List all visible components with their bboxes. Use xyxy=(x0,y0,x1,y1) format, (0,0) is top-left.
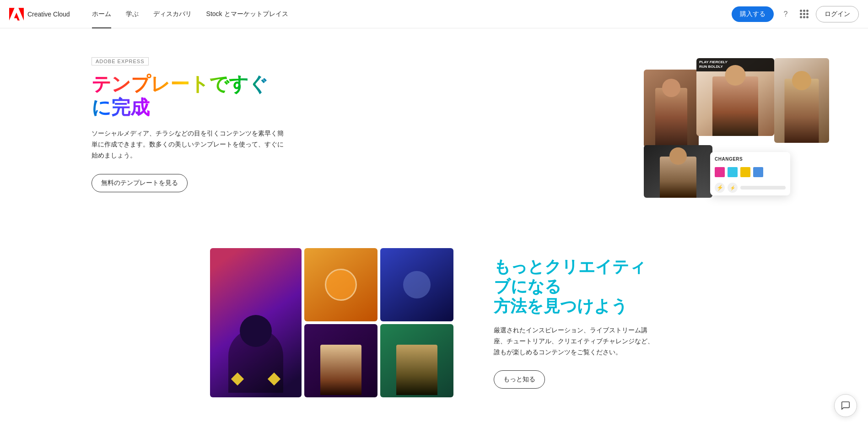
hero-section: ADOBE EXPRESS テンプレートですぐに完成 ソーシャルメディア、チラシ… xyxy=(0,28,868,221)
ui-card-swatches xyxy=(715,167,786,177)
brand-logo[interactable]: Creative Cloud xyxy=(9,7,70,22)
hero-eyebrow: ADOBE EXPRESS xyxy=(92,57,149,65)
changers-ui-card: CHANGERS ⚡ ⚡ xyxy=(710,152,790,195)
grid-photo-1 xyxy=(210,248,302,397)
login-button[interactable]: ログイン xyxy=(816,6,859,22)
grid-photo-2 xyxy=(304,248,377,321)
brand-name-text: Creative Cloud xyxy=(27,11,70,18)
photo-grid xyxy=(210,248,457,397)
discover-title-line1: もっとクリエイティブになる xyxy=(494,257,646,296)
help-icon[interactable]: ? xyxy=(779,8,792,21)
grid-dots-visual xyxy=(800,10,809,18)
nav-item-stock[interactable]: Stock とマーケットプレイス xyxy=(199,0,296,28)
grid-photo-5 xyxy=(380,324,453,397)
ui-card-title: CHANGERS xyxy=(715,157,786,162)
collage-photo-2: PLAY fiercelyrun BOLDLY xyxy=(696,58,774,136)
discover-content: もっとクリエイティブになる 方法を見つけよう 厳選されたインスピレーション、ライ… xyxy=(494,257,658,389)
adobe-logo-icon xyxy=(9,7,24,22)
discover-section: もっとクリエイティブになる 方法を見つけよう 厳選されたインスピレーション、ライ… xyxy=(0,221,868,425)
nav-item-learn[interactable]: 学ぶ xyxy=(119,0,146,28)
nav-item-discover[interactable]: ディスカバリ xyxy=(146,0,199,28)
grid-apps-icon[interactable] xyxy=(798,8,810,21)
hero-title-gradient-text: テンプレートですぐに完成 xyxy=(92,73,268,118)
hero-content: ADOBE EXPRESS テンプレートですぐに完成 ソーシャルメディア、チラシ… xyxy=(92,57,284,192)
swatch-yellow xyxy=(740,167,750,177)
chat-icon xyxy=(841,401,851,411)
swatch-blue xyxy=(728,167,738,177)
collage-wrap: A PLAY fiercelyrun BOLDLY xyxy=(630,56,813,198)
navbar: Creative Cloud ホーム 学ぶ ディスカバリ Stock とマーケッ… xyxy=(0,0,868,28)
navbar-actions: 購入する ? ログイン xyxy=(732,6,859,22)
main-nav: ホーム 学ぶ ディスカバリ Stock とマーケットプレイス xyxy=(85,0,732,28)
collage-photo-3 xyxy=(774,58,829,143)
nav-item-home[interactable]: ホーム xyxy=(85,0,119,28)
grid-photo-4 xyxy=(304,324,377,397)
hero-title: テンプレートですぐに完成 xyxy=(92,73,284,119)
lightning-icon: ⚡ xyxy=(715,183,725,193)
hero-cta-button[interactable]: 無料のテンプレートを見る xyxy=(92,174,188,192)
collage-photo-1 xyxy=(644,70,699,147)
discover-cta-button[interactable]: もっと知る xyxy=(494,370,545,389)
grid-photo-3 xyxy=(380,248,453,321)
chat-button[interactable] xyxy=(834,394,857,417)
swatch-pink xyxy=(715,167,725,177)
hero-description: ソーシャルメディア、チラシなどの目を引くコンテンツを素早く簡単に作成できます。数… xyxy=(92,128,284,161)
ui-card-bar xyxy=(740,186,786,190)
ui-card-icons-row: ⚡ ⚡ xyxy=(715,183,786,193)
bolt-small-icon: ⚡ xyxy=(728,183,738,193)
collage-photo-4 xyxy=(644,145,712,198)
discover-title-line2: 方法を見つけよう xyxy=(494,297,628,315)
discover-title: もっとクリエイティブになる 方法を見つけよう xyxy=(494,257,658,316)
swatch-lightblue xyxy=(753,167,763,177)
purchase-button[interactable]: 購入する xyxy=(732,6,774,22)
hero-image-collage: A PLAY fiercelyrun BOLDLY xyxy=(630,56,813,193)
discover-description: 厳選されたインスピレーション、ライブストリーム講座、チュートリアル、クリエイティ… xyxy=(494,325,658,358)
